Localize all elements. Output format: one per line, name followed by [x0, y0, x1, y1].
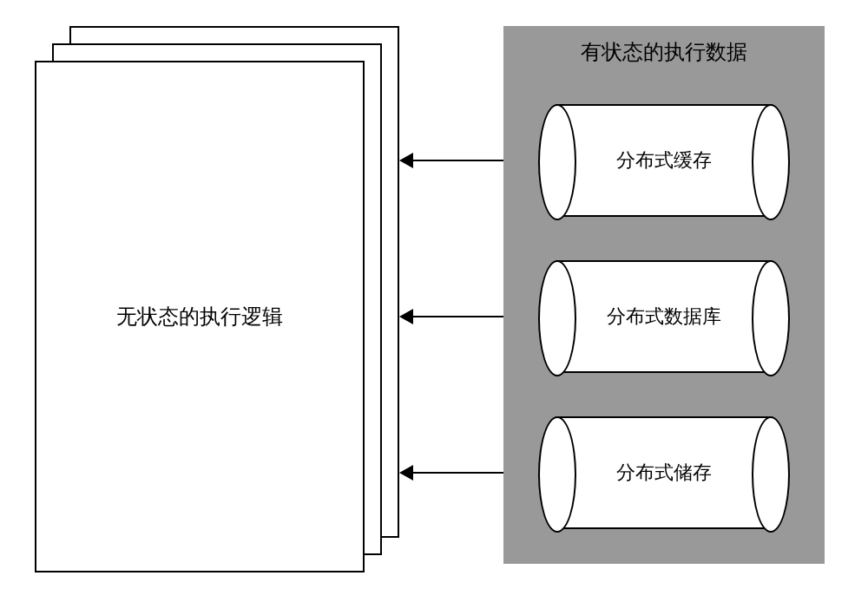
cylinder-database-label: 分布式数据库	[607, 304, 721, 330]
stack-rect-front: 无状态的执行逻辑	[35, 61, 365, 572]
stateful-data-container: 有状态的执行数据 分布式缓存 分布式数据库 分布式储存	[503, 26, 825, 564]
cylinder-cache-label: 分布式缓存	[616, 147, 712, 173]
cylinder-storage-label: 分布式储存	[616, 460, 712, 486]
arrow-storage	[401, 472, 518, 474]
arrow-cache	[401, 160, 518, 161]
arrow-database	[401, 316, 518, 317]
stateless-label: 无状态的执行逻辑	[116, 303, 283, 330]
architecture-diagram: 无状态的执行逻辑 有状态的执行数据 分布式缓存 分布式数据库 分布式储存	[0, 0, 868, 615]
stateful-title: 有状态的执行数据	[503, 38, 825, 66]
cylinder-database: 分布式数据库	[556, 260, 773, 373]
cylinder-cache: 分布式缓存	[556, 104, 773, 217]
cylinder-storage: 分布式储存	[556, 416, 773, 529]
